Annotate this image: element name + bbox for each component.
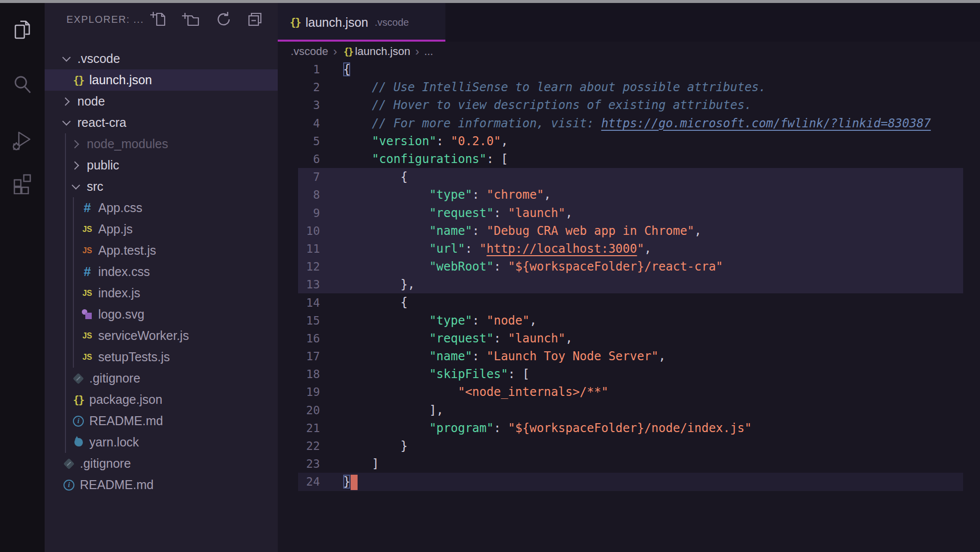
tree-item-node_modules[interactable]: node_modules bbox=[45, 133, 278, 155]
chevron-down-icon bbox=[72, 181, 80, 189]
json-file-icon: {} bbox=[342, 45, 354, 58]
breadcrumb: .vscode {} launch.json ... bbox=[278, 42, 980, 61]
search-icon[interactable] bbox=[10, 72, 34, 96]
line-number: 22 bbox=[278, 440, 343, 452]
code-line-5[interactable]: 5 "version": "0.2.0", bbox=[278, 132, 980, 150]
line-content: // Use IntelliSense to learn about possi… bbox=[343, 78, 766, 96]
line-content: }, bbox=[343, 276, 415, 293]
chevron-down-icon bbox=[62, 117, 71, 125]
line-number: 13 bbox=[278, 278, 343, 291]
code-line-11[interactable]: 11 "url": "http://localhost:3000", bbox=[278, 240, 980, 258]
explorer-sidebar: EXPLORER: ... bbox=[45, 3, 278, 552]
code-line-9[interactable]: 9 "request": "launch", bbox=[278, 204, 980, 222]
line-background bbox=[298, 455, 963, 473]
tree-item-README.md[interactable]: iREADME.md bbox=[45, 410, 278, 432]
code-line-17[interactable]: 17 "name": "Launch Toy Node Server", bbox=[278, 347, 980, 365]
tree-item-setupTests.js[interactable]: JSsetupTests.js bbox=[45, 346, 278, 368]
tree-item-index.css[interactable]: #index.css bbox=[45, 261, 278, 282]
tab-launch-json[interactable]: {} launch.json .vscode bbox=[278, 3, 445, 42]
tree-item-label: serviceWorker.js bbox=[98, 329, 189, 343]
tree-item-yarn.lock[interactable]: yarn.lock bbox=[45, 432, 278, 453]
breadcrumb-folder[interactable]: .vscode bbox=[291, 45, 328, 58]
code-line-13[interactable]: 13 }, bbox=[278, 276, 980, 293]
tree-item-label: src bbox=[87, 179, 103, 194]
tree-item-react-cra[interactable]: react-cra bbox=[45, 112, 278, 133]
breadcrumb-symbol[interactable]: ... bbox=[424, 45, 433, 58]
code-line-21[interactable]: 21 "program": "${workspaceFolder}/node/i… bbox=[278, 419, 980, 437]
tree-item-label: .gitignore bbox=[80, 456, 131, 471]
line-number: 19 bbox=[278, 386, 343, 398]
tree-item-.gitignore[interactable]: .gitignore bbox=[45, 453, 278, 474]
code-line-6[interactable]: 6 "configurations": [ bbox=[278, 150, 980, 168]
js-file-icon: JS bbox=[81, 330, 94, 342]
line-content: "type": "node", bbox=[343, 312, 537, 330]
tree-item-.gitignore[interactable]: .gitignore bbox=[45, 368, 278, 389]
collapse-all-icon[interactable] bbox=[245, 10, 265, 30]
line-number: 6 bbox=[278, 153, 343, 166]
new-file-icon[interactable] bbox=[150, 10, 170, 30]
line-content: "name": "Debug CRA web app in Chrome", bbox=[343, 222, 701, 240]
tree-item-src[interactable]: src bbox=[45, 176, 278, 197]
code-line-3[interactable]: 3 // Hover to view descriptions of exist… bbox=[278, 96, 980, 114]
extensions-icon[interactable] bbox=[10, 170, 34, 194]
code-line-22[interactable]: 22 } bbox=[278, 437, 980, 455]
line-number: 24 bbox=[278, 475, 343, 488]
tree-item-label: node_modules bbox=[87, 137, 168, 151]
code-line-18[interactable]: 18 "skipFiles": [ bbox=[278, 365, 980, 383]
line-content: "<node_internals>/**" bbox=[343, 383, 609, 401]
tree-item-.vscode[interactable]: .vscode bbox=[45, 48, 278, 69]
code-line-8[interactable]: 8 "type": "chrome", bbox=[278, 186, 980, 204]
breadcrumb-separator-icon bbox=[410, 45, 424, 58]
tree-item-label: App.css bbox=[98, 201, 142, 215]
new-folder-icon[interactable] bbox=[182, 10, 201, 30]
line-number: 5 bbox=[278, 135, 343, 148]
refresh-icon[interactable] bbox=[214, 10, 234, 30]
explorer-files-icon[interactable] bbox=[10, 18, 34, 42]
line-content: { bbox=[343, 60, 350, 78]
js-file-icon: JS bbox=[81, 223, 94, 236]
code-line-2[interactable]: 2 // Use IntelliSense to learn about pos… bbox=[278, 78, 980, 96]
tree-item-index.js[interactable]: JSindex.js bbox=[45, 282, 278, 304]
line-content: // For more information, visit: https://… bbox=[343, 114, 931, 132]
code-line-19[interactable]: 19 "<node_internals>/**" bbox=[278, 383, 980, 401]
line-number: 14 bbox=[278, 296, 343, 309]
code-line-1[interactable]: 1{ bbox=[278, 60, 980, 78]
svg-file-icon bbox=[81, 308, 94, 321]
code-line-12[interactable]: 12 "webRoot": "${workspaceFolder}/react-… bbox=[278, 258, 980, 276]
line-number: 23 bbox=[278, 457, 343, 470]
breadcrumb-separator-icon bbox=[328, 45, 342, 58]
code-line-20[interactable]: 20 ], bbox=[278, 401, 980, 419]
tree-item-logo.svg[interactable]: logo.svg bbox=[45, 304, 278, 325]
tree-item-package.json[interactable]: {}package.json bbox=[45, 389, 278, 410]
line-content: "type": "chrome", bbox=[343, 186, 551, 204]
line-content: } bbox=[343, 473, 358, 491]
line-number: 10 bbox=[278, 224, 343, 237]
chevron-right-icon bbox=[71, 161, 79, 169]
tree-item-label: .vscode bbox=[77, 52, 120, 66]
tree-item-launch.json[interactable]: {}launch.json bbox=[45, 69, 278, 91]
line-content: "configurations": [ bbox=[343, 150, 508, 168]
code-line-4[interactable]: 4 // For more information, visit: https:… bbox=[278, 114, 980, 132]
code-line-14[interactable]: 14 { bbox=[278, 293, 980, 311]
line-number: 17 bbox=[278, 350, 343, 363]
tree-item-serviceWorker.js[interactable]: JSserviceWorker.js bbox=[45, 325, 278, 346]
code-line-23[interactable]: 23 ] bbox=[278, 455, 980, 473]
code-editor[interactable]: 1{2 // Use IntelliSense to learn about p… bbox=[278, 60, 980, 491]
code-line-16[interactable]: 16 "request": "launch", bbox=[278, 330, 980, 347]
tree-item-public[interactable]: public bbox=[45, 155, 278, 176]
tree-item-App.css[interactable]: #App.css bbox=[45, 197, 278, 219]
code-line-10[interactable]: 10 "name": "Debug CRA web app in Chrome"… bbox=[278, 222, 980, 240]
breadcrumb-file[interactable]: launch.json bbox=[355, 45, 410, 58]
run-debug-icon[interactable] bbox=[10, 128, 34, 152]
tree-item-README.md[interactable]: iREADME.md bbox=[45, 474, 278, 496]
code-line-24[interactable]: 24} bbox=[278, 473, 980, 491]
code-line-15[interactable]: 15 "type": "node", bbox=[278, 312, 980, 330]
tree-item-App.test.js[interactable]: JSApp.test.js bbox=[45, 240, 278, 261]
tree-item-App.js[interactable]: JSApp.js bbox=[45, 219, 278, 240]
code-line-7[interactable]: 7 { bbox=[278, 168, 980, 186]
line-content: "skipFiles": [ bbox=[343, 365, 530, 383]
yarn-file-icon bbox=[72, 436, 85, 449]
vscode-window: EXPLORER: ... bbox=[0, 0, 980, 552]
tab-bar: {} launch.json .vscode bbox=[278, 3, 980, 42]
tree-item-node[interactable]: node bbox=[45, 91, 278, 112]
